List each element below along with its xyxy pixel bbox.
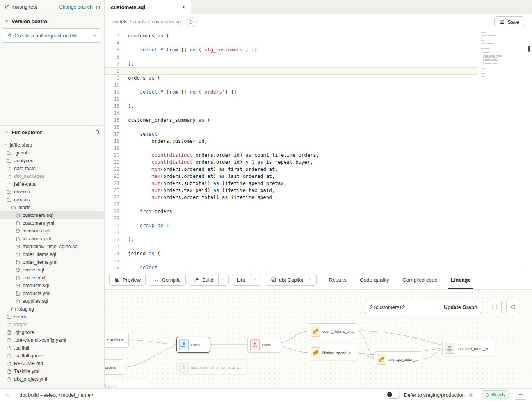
tree-item-seeds[interactable]: seeds <box>0 313 104 321</box>
tree-item-products.yml[interactable]: products.yml <box>0 289 104 297</box>
lint-options-dropdown[interactable] <box>250 274 260 286</box>
tree-item-locations.yml[interactable]: locations.yml <box>0 235 104 243</box>
tree-item-jaffle-shop[interactable]: jaffle-shop <box>0 141 104 149</box>
build-button[interactable]: Build <box>189 274 219 286</box>
search-icon[interactable] <box>95 130 100 135</box>
tree-item-README.md[interactable]: README.md <box>0 360 104 367</box>
tree-item-orders.sql[interactable]: orders.sql <box>0 266 104 274</box>
code-line-25[interactable]: 25 sum(orders.tax_paid) as lifetime_tax_… <box>105 187 477 194</box>
defer-toggle[interactable] <box>386 391 400 399</box>
code-line-18[interactable]: 18 orders.customer_id, <box>105 138 477 145</box>
code-line-6[interactable]: 6 <box>105 53 477 60</box>
expand-panel-chevron-icon[interactable] <box>5 392 14 397</box>
file-explorer-header[interactable]: File explorer <box>0 125 104 139</box>
refresh-button[interactable] <box>506 300 520 314</box>
code-line-11[interactable]: 11 select * from {{ ref('orders') }} <box>105 89 477 96</box>
tree-item-metricflow_time_spine.sql[interactable]: metricflow_time_spine.sql <box>0 243 104 250</box>
tree-item-marts[interactable]: marts <box>0 204 104 211</box>
minimap[interactable] <box>481 32 514 77</box>
scrollbar-thumb[interactable] <box>528 46 530 52</box>
tree-item-orders.yml[interactable]: orders.yml <box>0 274 104 282</box>
code-line-33[interactable]: 33 <box>105 243 477 250</box>
tree-item-.gitignore[interactable]: .gitignore <box>0 328 104 336</box>
code-line-5[interactable]: 5 select * from {{ ref('stg_customers') … <box>105 46 477 53</box>
lint-button[interactable]: Lint <box>232 274 250 286</box>
tree-item-macros[interactable]: macros <box>0 188 104 196</box>
code-line-20[interactable]: 20 count(distinct orders.order_id) as co… <box>105 152 477 159</box>
tree-item-models[interactable]: models <box>0 196 104 204</box>
code-line-28[interactable]: 28 from orders <box>105 208 477 215</box>
tab-results[interactable]: Results <box>322 270 353 289</box>
code-line-19[interactable]: 19 <box>105 145 477 152</box>
lineage-node-customers_semantic[interactable]: ◆SEMcustomers <box>247 337 281 353</box>
code-line-31[interactable]: 31 <box>105 229 477 236</box>
code-line-4[interactable]: 4 <box>105 39 477 46</box>
code-line-9[interactable]: 9orders as ( <box>105 75 477 82</box>
code-line-3[interactable]: 3customers as ( <box>105 32 477 39</box>
preview-button[interactable]: Preview <box>109 274 146 286</box>
code-editor[interactable]: 3customers as (45 select * from {{ ref('… <box>105 30 532 270</box>
code-line-29[interactable]: 29 <box>105 215 477 222</box>
lineage-node-customers_model[interactable]: ▦MDLcustomers <box>176 337 210 353</box>
lineage-node-stg_customers[interactable]: ▦MDLstg_customers <box>105 332 129 348</box>
info-icon[interactable] <box>469 392 474 397</box>
change-branch-link[interactable]: Change branch <box>59 4 93 10</box>
tree-item-analyses[interactable]: analyses <box>0 157 104 165</box>
code-line-14[interactable]: 14 <box>105 110 477 117</box>
tree-item-dbt_packages[interactable]: dbt_packages <box>0 172 104 180</box>
close-icon[interactable] <box>181 4 187 10</box>
code-line-12[interactable]: 12 <box>105 96 477 103</box>
editor-scrollbar[interactable] <box>527 30 532 270</box>
tree-item-customers.yml[interactable]: customers.yml <box>0 219 104 227</box>
tree-item-staging[interactable]: staging <box>0 305 104 313</box>
code-line-10[interactable]: 10 <box>105 82 477 89</box>
code-line-16[interactable]: 16 <box>105 124 477 131</box>
code-line-24[interactable]: 24 sum(orders.subtotal) as lifetime_spen… <box>105 180 477 187</box>
tree-item-supplies.sql[interactable]: supplies.sql <box>0 297 104 305</box>
code-line-36[interactable]: 36 select <box>105 264 477 270</box>
code-line-22[interactable]: 22 min(orders.ordered_at) as first_order… <box>105 166 477 173</box>
tree-item-data-tests[interactable]: data-tests <box>0 165 104 172</box>
version-control-header[interactable]: Version control <box>0 14 104 28</box>
tree-item-dbt_project.yml[interactable]: dbt_project.yml <box>0 375 104 383</box>
code-line-21[interactable]: 21 count(distinct orders.order_id) > 1 a… <box>105 159 477 166</box>
pr-options-dropdown[interactable] <box>89 28 101 43</box>
code-line-17[interactable]: 17 select <box>105 131 477 138</box>
fullscreen-button[interactable] <box>488 300 502 314</box>
docs-status-icon[interactable] <box>187 17 197 27</box>
tree-item-customers.sql[interactable]: customers.sql <box>0 211 104 219</box>
code-line-7[interactable]: 7), <box>105 60 477 67</box>
code-line-27[interactable]: 27 <box>105 201 477 208</box>
new-tab-button[interactable] <box>514 0 532 14</box>
tree-item-order_items.yml[interactable]: order_items.yml <box>0 258 104 266</box>
lineage-node-average_order_value[interactable]: ▂▅▇METaverage_order_value <box>374 351 422 367</box>
lineage-search-input[interactable] <box>365 300 440 314</box>
lineage-node-test_order_items[interactable]: ▲TSTtest_order_items_compute_to_bools... <box>176 359 247 375</box>
code-line-13[interactable]: 13), <box>105 103 477 110</box>
compile-button[interactable]: Compile <box>149 274 186 286</box>
tree-item-locations.sql[interactable]: locations.sql <box>0 227 104 235</box>
build-options-dropdown[interactable] <box>219 274 229 286</box>
lineage-node-lifetime_spend_pretax[interactable]: ▂▅▇METlifetime_spend_pretax <box>308 345 358 360</box>
code-line-23[interactable]: 23 max(orders.ordered_at) as last_ordere… <box>105 173 477 180</box>
tree-item-order_items.sql[interactable]: order_items.sql <box>0 250 104 258</box>
status-badge[interactable]: Ready <box>481 390 510 399</box>
lineage-node-count_lifetime_orders[interactable]: ▂▅▇METcount_lifetime_orders <box>308 323 358 339</box>
tree-item-.github[interactable]: .github <box>0 149 104 157</box>
save-button[interactable]: Save <box>494 16 524 27</box>
lineage-node-orders[interactable]: ▦MDLorders <box>105 359 123 375</box>
tab-compiled-code[interactable]: Compiled code <box>396 270 444 289</box>
lineage-node-partial_bottom[interactable]: ▦MDL <box>105 383 152 388</box>
tree-item-.sqlfluffignore[interactable]: .sqlfluffignore <box>0 352 104 360</box>
lineage-node-customer_order_metrics[interactable]: ▤QRYcustomer_order_metrics <box>442 341 495 356</box>
code-line-34[interactable]: 34joined as ( <box>105 250 477 257</box>
tab-customers-sql[interactable]: customers.sql <box>105 0 191 14</box>
code-line-35[interactable]: 35 <box>105 257 477 264</box>
more-options-button[interactable] <box>514 390 527 400</box>
tree-item-.pre-commit-config.yaml[interactable]: .pre-commit-config.yaml <box>0 336 104 344</box>
tree-item-.sqlfluff[interactable]: .sqlfluff <box>0 344 104 352</box>
copy-icon[interactable] <box>95 4 100 10</box>
code-line-15[interactable]: 15customer_orders_summary as ( <box>105 117 477 124</box>
tree-item-products.sql[interactable]: products.sql <box>0 282 104 289</box>
code-line-8[interactable]: 8 <box>105 67 477 75</box>
